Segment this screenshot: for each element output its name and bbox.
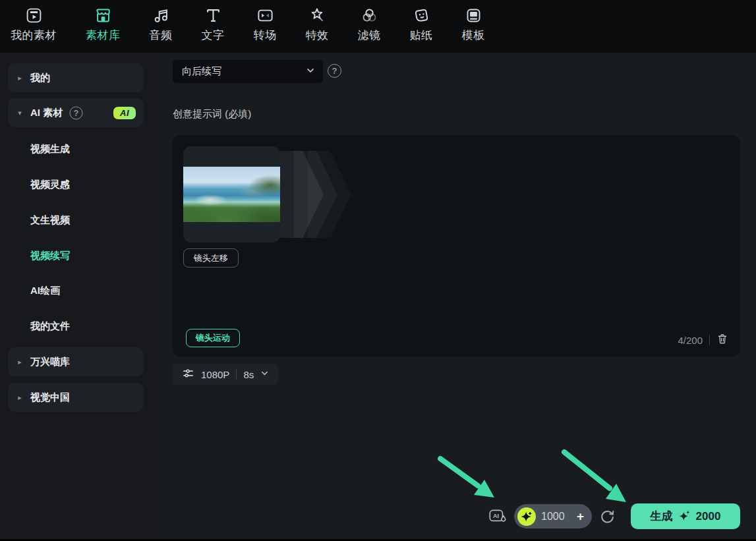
output-settings-pill[interactable]: 1080P 8s — [173, 364, 278, 385]
sidebar-item-ai-painting[interactable]: AI绘画 — [30, 285, 60, 297]
transition-icon — [256, 7, 274, 24]
sidebar-item-my-files[interactable]: 我的文件 — [30, 320, 70, 333]
top-nav: 我的素材 素材库 音频 — [0, 0, 756, 53]
sidebar-item-video-generate[interactable]: 视频生成 — [30, 143, 70, 156]
sidebar-group-visual-china[interactable]: ▸ 视觉中国 — [8, 383, 144, 412]
chevron-down-icon — [260, 368, 269, 380]
sparkle-icon — [678, 509, 691, 524]
nav-label: 滤镜 — [358, 28, 381, 43]
nav-effects[interactable]: 特效 — [306, 7, 329, 43]
nav-stock-media[interactable]: 素材库 — [86, 7, 121, 43]
nav-filters[interactable]: 滤镜 — [358, 7, 381, 43]
chevron-right-icon: ▸ — [16, 74, 24, 82]
nav-label: 音频 — [150, 28, 173, 43]
source-clip-thumbnail[interactable] — [183, 146, 280, 242]
help-icon[interactable]: ? — [70, 106, 83, 119]
nav-stickers[interactable]: 贴纸 — [410, 7, 433, 43]
ai-watermark-toggle-icon[interactable]: AI — [487, 505, 508, 529]
divider — [709, 335, 710, 345]
chevron-right-icon: ▸ — [16, 358, 24, 366]
trash-icon[interactable] — [716, 333, 728, 347]
nav-label: 文字 — [202, 28, 225, 43]
nav-templates[interactable]: 模板 — [462, 7, 485, 43]
help-icon[interactable]: ? — [328, 64, 341, 78]
nav-label: 特效 — [306, 28, 329, 43]
ai-icon-label: AI — [493, 513, 499, 519]
app-window: 我的素材 素材库 音频 — [0, 0, 756, 541]
sidebar-item-video-extend[interactable]: 视频续写 — [30, 250, 70, 262]
action-row: AI 1000 + — [159, 503, 756, 530]
nav-text[interactable]: 文字 — [202, 7, 225, 43]
sidebar-group-label: 万兴喵库 — [30, 356, 70, 368]
sidebar-group-label: AI 素材 — [30, 107, 63, 119]
tune-sliders-icon — [182, 367, 194, 382]
divider — [236, 369, 237, 380]
sidebar-group-my[interactable]: ▸ 我的 — [8, 63, 144, 92]
duration-value: 8s — [243, 369, 254, 380]
camera-pan-left-tag[interactable]: 镜头左移 — [183, 248, 239, 268]
generate-label: 生成 — [651, 509, 673, 524]
sidebar-group-ai-assets[interactable]: ▾ AI 素材 ? AI — [8, 98, 144, 127]
char-count-row: 4/200 — [678, 333, 728, 347]
sidebar: ▸ 我的 ▾ AI 素材 ? AI 视频生成 视频灵感 文生视频 视频续写 AI… — [0, 53, 159, 539]
add-credits-button[interactable]: + — [577, 510, 584, 523]
camera-motion-button[interactable]: 镜头运动 — [186, 329, 240, 347]
beach-video-frame — [183, 167, 280, 222]
resolution-value: 1080P — [201, 369, 229, 380]
credits-pill[interactable]: 1000 + — [514, 504, 592, 528]
refresh-icon[interactable] — [599, 509, 616, 528]
sticker-face-icon — [413, 7, 430, 24]
prompt-panel[interactable]: 镜头左移 镜头运动 4/200 — [173, 135, 740, 356]
sidebar-group-label: 视觉中国 — [30, 391, 70, 404]
credit-coin-icon — [517, 507, 536, 526]
sidebar-item-text-to-video[interactable]: 文生视频 — [30, 214, 70, 227]
chevron-down-icon — [306, 66, 315, 78]
nav-label: 贴纸 — [410, 28, 433, 43]
char-count: 4/200 — [678, 335, 703, 346]
nav-label: 素材库 — [86, 28, 121, 43]
media-library-icon — [25, 7, 43, 24]
ai-badge: AI — [113, 107, 136, 119]
main-content: 向后续写 ? 创意提示词 (必填) 镜头左移 镜头运动 4/200 — [159, 53, 756, 539]
nav-transitions[interactable]: 转场 — [254, 7, 277, 43]
star-effect-icon — [308, 7, 326, 24]
sidebar-item-video-inspiration[interactable]: 视频灵感 — [30, 179, 70, 191]
music-note-icon — [152, 7, 170, 24]
store-icon — [94, 7, 112, 24]
generate-button[interactable]: 生成 2000 — [631, 503, 740, 529]
prompt-label: 创意提示词 (必填) — [173, 108, 251, 121]
nav-label: 模板 — [462, 28, 485, 43]
text-tool-icon — [204, 7, 222, 24]
nav-my-media[interactable]: 我的素材 — [11, 7, 57, 43]
template-icon — [465, 7, 482, 24]
nav-audio[interactable]: 音频 — [150, 7, 173, 43]
mode-select-value: 向后续写 — [182, 65, 221, 78]
chevron-down-icon: ▾ — [16, 109, 24, 117]
nav-label: 我的素材 — [11, 28, 57, 43]
nav-label: 转场 — [254, 28, 277, 43]
continuation-mode-select[interactable]: 向后续写 — [173, 60, 323, 83]
credit-balance: 1000 — [541, 511, 565, 523]
sidebar-group-label: 我的 — [30, 72, 50, 84]
generate-cost: 2000 — [696, 510, 721, 523]
sidebar-group-wanxing-library[interactable]: ▸ 万兴喵库 — [8, 347, 144, 376]
chevron-right-icon: ▸ — [16, 393, 24, 402]
filter-rings-icon — [361, 7, 378, 24]
